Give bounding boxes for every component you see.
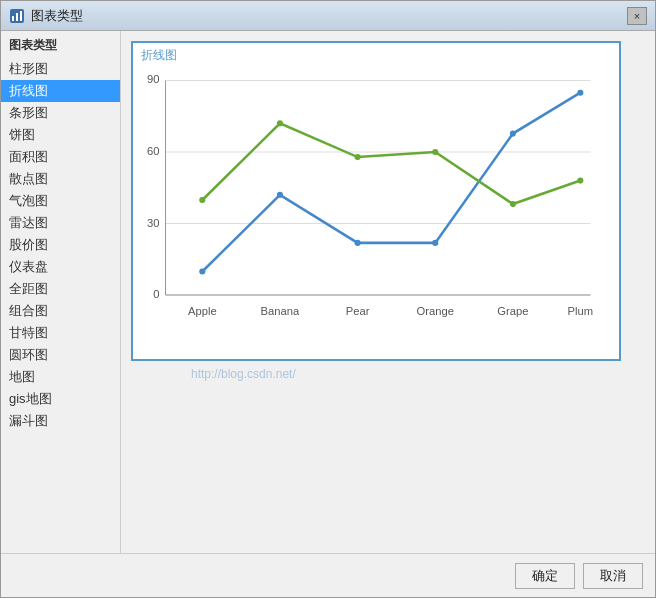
sidebar-item-12[interactable]: 甘特图 [1,322,120,344]
app-icon [9,8,25,24]
svg-point-23 [432,240,438,246]
svg-point-29 [432,149,438,155]
svg-point-26 [199,197,205,203]
svg-text:Plum: Plum [568,305,594,317]
svg-text:Banana: Banana [261,305,300,317]
sidebar-header: 图表类型 [1,35,120,58]
cancel-button[interactable]: 取消 [583,563,643,589]
sidebar-item-7[interactable]: 雷达图 [1,212,120,234]
svg-rect-1 [12,16,14,21]
sidebar-item-11[interactable]: 组合图 [1,300,120,322]
main-panel: 折线图 90 60 30 0 [121,31,655,553]
svg-point-22 [355,240,361,246]
title-bar-left: 图表类型 [9,7,83,25]
ok-button[interactable]: 确定 [515,563,575,589]
sidebar-item-9[interactable]: 仪表盘 [1,256,120,278]
svg-text:Grape: Grape [497,305,528,317]
svg-point-21 [277,192,283,198]
svg-text:60: 60 [147,145,159,157]
sidebar-item-0[interactable]: 柱形图 [1,58,120,80]
svg-text:30: 30 [147,217,159,229]
sidebar-item-4[interactable]: 面积图 [1,146,120,168]
sidebar: 图表类型 柱形图折线图条形图饼图面积图散点图气泡图雷达图股价图仪表盘全距图组合图… [1,31,121,553]
svg-point-27 [277,120,283,126]
line-chart: 90 60 30 0 Apple Banana Pea [141,51,611,351]
sidebar-item-15[interactable]: gis地图 [1,388,120,410]
svg-text:Orange: Orange [417,305,454,317]
sidebar-item-1[interactable]: 折线图 [1,80,120,102]
svg-text:Pear: Pear [346,305,370,317]
svg-text:0: 0 [153,288,159,300]
sidebar-item-3[interactable]: 饼图 [1,124,120,146]
sidebar-item-2[interactable]: 条形图 [1,102,120,124]
close-button[interactable]: × [627,7,647,25]
sidebar-item-6[interactable]: 气泡图 [1,190,120,212]
svg-point-31 [577,178,583,184]
sidebar-item-8[interactable]: 股价图 [1,234,120,256]
svg-text:90: 90 [147,74,159,86]
sidebar-item-13[interactable]: 圆环图 [1,344,120,366]
title-bar: 图表类型 × [1,1,655,31]
sidebar-item-5[interactable]: 散点图 [1,168,120,190]
svg-rect-2 [16,13,18,21]
window-title: 图表类型 [31,7,83,25]
chart-container: 折线图 90 60 30 0 [131,41,621,361]
svg-point-28 [355,154,361,160]
watermark: http://blog.csdn.net/ [191,367,296,381]
svg-point-20 [199,268,205,274]
chart-title: 折线图 [141,47,177,64]
content-area: 图表类型 柱形图折线图条形图饼图面积图散点图气泡图雷达图股价图仪表盘全距图组合图… [1,31,655,553]
svg-point-24 [510,131,516,137]
svg-point-30 [510,201,516,207]
svg-point-25 [577,90,583,96]
sidebar-item-14[interactable]: 地图 [1,366,120,388]
sidebar-item-16[interactable]: 漏斗图 [1,410,120,432]
footer: 确定 取消 [1,553,655,597]
main-window: 图表类型 × 图表类型 柱形图折线图条形图饼图面积图散点图气泡图雷达图股价图仪表… [0,0,656,598]
svg-rect-3 [20,11,22,21]
svg-text:Apple: Apple [188,305,217,317]
sidebar-item-10[interactable]: 全距图 [1,278,120,300]
